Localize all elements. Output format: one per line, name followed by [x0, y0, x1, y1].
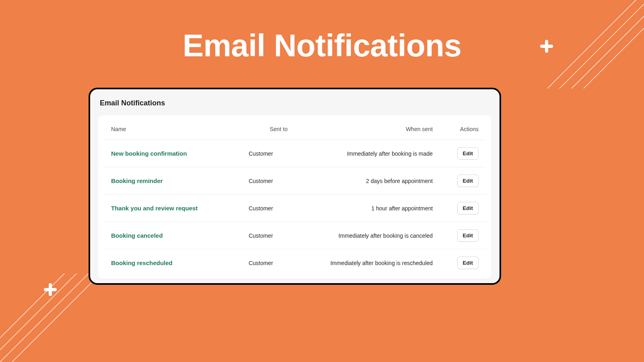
edit-button[interactable]: Edit: [457, 202, 479, 214]
edit-button[interactable]: Edit: [457, 147, 479, 160]
panel-title: Email Notifications: [100, 99, 491, 107]
table-row: Thank you and review requestCustomer1 ho…: [104, 195, 486, 222]
table-row: New booking confirmationCustomerImmediat…: [104, 140, 486, 167]
svg-rect-11: [44, 288, 57, 291]
table-row: Booking rescheduledCustomerImmediately a…: [104, 249, 486, 277]
notification-name-link[interactable]: New booking confirmation: [111, 150, 187, 157]
when-sent-cell: 1 hour after appointment: [295, 195, 440, 222]
when-sent-cell: Immediately after booking is canceled: [295, 222, 440, 249]
decor-lines-bottom-left: [0, 274, 145, 362]
table-row: Booking reminderCustomer2 days before ap…: [104, 167, 486, 195]
edit-button[interactable]: Edit: [457, 229, 479, 242]
when-sent-cell: Immediately after booking is rescheduled: [295, 249, 440, 277]
sent-to-cell: Customer: [242, 222, 295, 249]
hero-title: Email Notifications: [0, 0, 644, 64]
col-header-when-sent: When sent: [295, 119, 440, 140]
sent-to-cell: Customer: [242, 140, 295, 167]
col-header-actions: Actions: [440, 119, 486, 140]
svg-line-4: [0, 274, 72, 362]
col-header-name: Name: [104, 119, 242, 140]
notification-name-link[interactable]: Booking reminder: [111, 177, 163, 184]
sent-to-cell: Customer: [242, 167, 295, 195]
edit-button[interactable]: Edit: [457, 257, 479, 269]
svg-line-6: [0, 274, 97, 362]
when-sent-cell: 2 days before appointment: [295, 167, 440, 195]
sent-to-cell: Customer: [242, 195, 295, 222]
plus-icon: [42, 282, 58, 298]
svg-line-7: [0, 274, 109, 362]
notification-name-link[interactable]: Booking canceled: [111, 232, 163, 239]
notifications-card: Name Sent to When sent Actions New booki…: [98, 115, 491, 279]
svg-line-5: [0, 274, 85, 362]
email-notifications-panel: Email Notifications Name Sent to When se…: [89, 88, 501, 285]
notification-name-link[interactable]: Booking rescheduled: [111, 259, 173, 266]
sent-to-cell: Customer: [242, 249, 295, 277]
notification-name-link[interactable]: Thank you and review request: [111, 205, 198, 212]
col-header-sent-to: Sent to: [242, 119, 295, 140]
svg-rect-10: [49, 283, 52, 296]
when-sent-cell: Immediately after booking is made: [295, 140, 440, 167]
edit-button[interactable]: Edit: [457, 175, 479, 187]
notifications-table: Name Sent to When sent Actions New booki…: [104, 119, 486, 276]
table-row: Booking canceledCustomerImmediately afte…: [104, 222, 486, 249]
